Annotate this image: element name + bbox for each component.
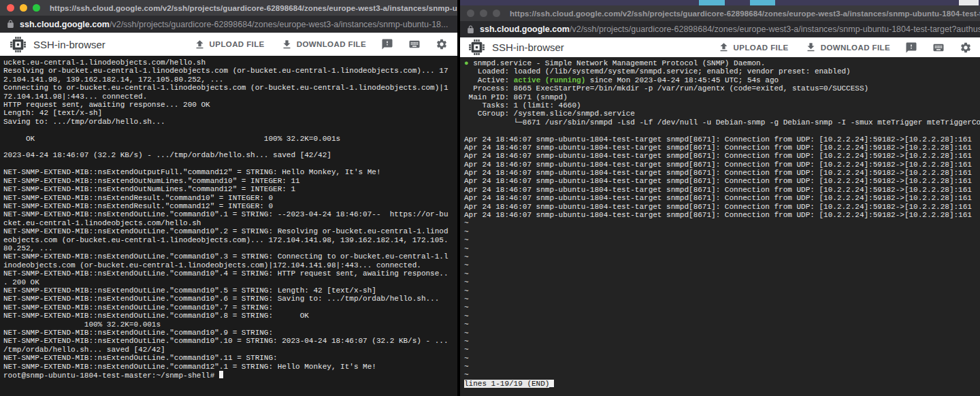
terminal-line: ~ [464, 287, 976, 295]
terminal-line: ~ [464, 320, 976, 329]
terminal-line: ~ [464, 346, 976, 354]
keyboard-button[interactable] [408, 38, 421, 50]
ssh-toolbar: SSH-in-browser UPLOAD FILE DOWNLOAD FILE [0, 33, 457, 56]
background-window-strip [460, 0, 980, 5]
traffic-lights [7, 4, 40, 12]
address-path: /v2/ssh/projects/guardicore-62898684/zon… [570, 24, 980, 34]
window-title-url: https://ssh.cloud.google.com/v2/ssh/proj… [510, 10, 980, 18]
feedback-button[interactable] [381, 38, 393, 50]
terminal-line: Tasks: 1 (limit: 4660) [464, 101, 976, 110]
pager-status-line: lines 1-19/19 (END) [464, 380, 976, 389]
terminal-line: ~ [464, 354, 976, 363]
terminal-cursor [549, 380, 554, 387]
shell-prompt: root@snmp-ubuntu-1804-test-master:~/snmp… [3, 372, 219, 380]
gear-icon [960, 42, 972, 54]
terminal-line [464, 127, 976, 135]
address-domain: ssh.cloud.google.com [480, 24, 570, 34]
terminal-line: Apr 24 18:46:07 snmp-ubuntu-1804-test-ta… [464, 135, 976, 144]
address-url: ssh.cloud.google.com/v2/ssh/projects/gua… [20, 20, 448, 29]
titlebar: https://ssh.cloud.google.com/v2/ssh/proj… [0, 0, 457, 16]
download-icon [281, 39, 293, 50]
terminal-line: Apr 24 18:46:07 snmp-ubuntu-1804-test-ta… [464, 194, 976, 202]
pager-status-text: lines 1-19/19 (END) [464, 380, 549, 388]
close-button[interactable] [467, 10, 474, 17]
terminal-line: Apr 24 18:46:07 snmp-ubuntu-1804-test-ta… [464, 186, 976, 194]
terminal-line: ~ [464, 312, 976, 320]
background-tab-segment [699, 0, 725, 5]
terminal-line: ~ [464, 363, 976, 371]
terminal-line: ~ [464, 270, 976, 278]
chip-icon [10, 36, 27, 53]
browser-window-right: https://ssh.cloud.google.com/v2/ssh/proj… [460, 0, 980, 396]
terminal-line: Process: 8665 ExecStartPre=/bin/mkdir -p… [464, 84, 976, 93]
terminal-line: Apr 24 18:46:07 snmp-ubuntu-1804-test-ta… [464, 144, 976, 152]
terminal-line: ~ [464, 371, 976, 379]
keyboard-icon [932, 42, 945, 54]
terminal-cursor [219, 371, 224, 378]
terminal-line: Apr 24 18:46:07 snmp-ubuntu-1804-test-ta… [464, 161, 976, 169]
upload-file-label: UPLOAD FILE [734, 44, 789, 52]
browser-window-left: https://ssh.cloud.google.com/v2/ssh/proj… [0, 0, 457, 396]
address-bar[interactable]: ssh.cloud.google.com/v2/ssh/projects/gua… [460, 21, 980, 37]
shell-prompt-line: root@snmp-ubuntu-1804-test-master:~/snmp… [3, 371, 454, 380]
left-terminal-output: ucket.eu-central-1.linodeobjects.com/hel… [3, 59, 454, 371]
upload-file-button[interactable]: UPLOAD FILE [194, 39, 265, 50]
terminal-line: Active: active (running) since Mon 2023-… [464, 76, 976, 84]
terminal-line: Apr 24 18:46:07 snmp-ubuntu-1804-test-ta… [464, 169, 976, 177]
terminal-line: Apr 24 18:46:07 snmp-ubuntu-1804-test-ta… [464, 152, 976, 160]
settings-button[interactable] [960, 42, 972, 54]
right-terminal-output: ● snmpd.service - Simple Network Managem… [464, 59, 976, 380]
terminal-line: ~ [464, 236, 976, 244]
terminal-line: Apr 24 18:46:07 snmp-ubuntu-1804-test-ta… [464, 203, 976, 211]
keyboard-icon [408, 38, 421, 50]
download-file-label: DOWNLOAD FILE [297, 40, 366, 48]
terminal-left[interactable]: ucket.eu-central-1.linodeobjects.com/hel… [0, 56, 457, 396]
terminal-line: ~ [464, 337, 976, 346]
terminal-line: ~ [464, 228, 976, 236]
download-file-button[interactable]: DOWNLOAD FILE [281, 39, 366, 50]
address-domain: ssh.cloud.google.com [20, 20, 110, 29]
gear-icon [436, 38, 448, 50]
titlebar: https://ssh.cloud.google.com/v2/ssh/proj… [460, 5, 980, 21]
keyboard-button[interactable] [932, 42, 945, 54]
feedback-icon [905, 42, 917, 54]
settings-button[interactable] [436, 38, 448, 50]
terminal-line: └─8671 /usr/sbin/snmpd -Lsd -Lf /dev/nul… [464, 118, 976, 127]
zoom-button[interactable] [493, 10, 500, 17]
address-bar[interactable]: ssh.cloud.google.com/v2/ssh/projects/gua… [0, 16, 457, 33]
upload-icon [718, 42, 730, 53]
window-title-url: https://ssh.cloud.google.com/v2/ssh/proj… [50, 4, 457, 12]
upload-file-button[interactable]: UPLOAD FILE [718, 42, 789, 53]
chip-icon [468, 39, 485, 56]
background-tab-segment [959, 0, 979, 5]
zoom-button[interactable] [33, 4, 40, 12]
download-file-button[interactable]: DOWNLOAD FILE [805, 42, 890, 53]
terminal-line: ~ [464, 278, 976, 286]
terminal-line: ~ [464, 245, 976, 253]
lock-icon [6, 20, 15, 29]
terminal-right[interactable]: ● snmpd.service - Simple Network Managem… [460, 57, 980, 396]
terminal-line: ~ [464, 253, 976, 261]
lock-icon [466, 25, 475, 34]
terminal-line: CGroup: /system.slice/snmpd.service [464, 110, 976, 118]
minimize-button[interactable] [20, 4, 27, 12]
terminal-line: ~ [464, 303, 976, 312]
download-file-label: DOWNLOAD FILE [821, 44, 890, 52]
feedback-button[interactable] [905, 42, 917, 54]
terminal-line: ~ [464, 295, 976, 303]
background-tab-segment [750, 0, 775, 5]
app-title: SSH-in-browser [33, 39, 105, 50]
ssh-toolbar: SSH-in-browser UPLOAD FILE DOWNLOAD FILE [460, 37, 980, 57]
download-icon [805, 42, 817, 53]
minimize-button[interactable] [480, 10, 487, 17]
traffic-lights [467, 10, 500, 17]
upload-icon [194, 39, 206, 50]
close-button[interactable] [7, 4, 14, 12]
terminal-line: ~ [464, 329, 976, 337]
terminal-line: ~ [464, 261, 976, 269]
terminal-line: ~ [464, 219, 976, 227]
feedback-icon [381, 38, 393, 50]
terminal-line: Main PID: 8671 (snmpd) [464, 93, 976, 101]
terminal-line: Apr 24 18:46:07 snmp-ubuntu-1804-test-ta… [464, 211, 976, 219]
terminal-line: Apr 24 18:46:07 snmp-ubuntu-1804-test-ta… [464, 177, 976, 185]
